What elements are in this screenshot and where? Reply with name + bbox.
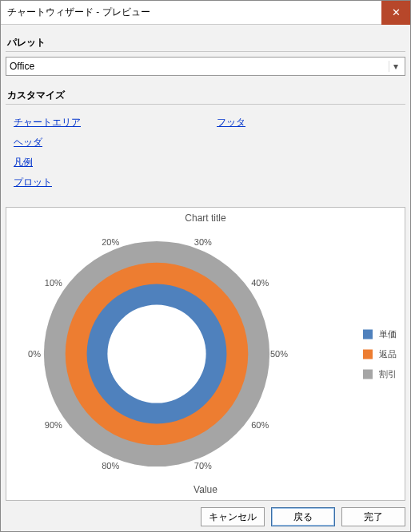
tick-60: 60%	[251, 420, 269, 430]
links-col-1: チャートエリア ヘッダ 凡例 プロット	[14, 116, 81, 189]
close-icon: ✕	[392, 6, 401, 18]
donut-chart: 0% 10% 20% 30% 40% 50% 60% 70% 80% 90%	[21, 227, 293, 481]
legend-swatch	[363, 369, 373, 379]
donut-svg	[21, 227, 293, 481]
link-legend[interactable]: 凡例	[14, 156, 33, 169]
legend-label: 返品	[379, 348, 397, 360]
legend-item-unitprice: 単価	[363, 328, 397, 340]
link-footer[interactable]: フッタ	[217, 116, 245, 129]
tick-40: 40%	[251, 278, 269, 288]
tick-50: 50%	[270, 349, 288, 359]
legend-swatch	[363, 329, 373, 339]
section-customize: カスタマイズ	[6, 84, 405, 105]
link-plot[interactable]: プロット	[14, 176, 52, 189]
legend-swatch	[363, 349, 373, 359]
tick-70: 70%	[194, 461, 212, 470]
window-title: チャートウィザード - プレビュー	[7, 6, 150, 19]
tick-90: 90%	[45, 420, 62, 430]
finish-button[interactable]: 完了	[341, 507, 405, 526]
legend-item-returns: 返品	[363, 348, 397, 360]
customize-links: チャートエリア ヘッダ 凡例 プロット フッタ	[6, 109, 405, 193]
legend-item-discount: 割引	[363, 368, 397, 380]
link-header[interactable]: ヘッダ	[14, 136, 42, 149]
chart-title: Chart title	[6, 208, 405, 224]
link-chart-area[interactable]: チャートエリア	[14, 116, 81, 129]
tick-0: 0%	[28, 349, 41, 359]
dialog-footer: キャンセル 戻る 完了	[6, 501, 405, 526]
tick-30: 30%	[194, 237, 212, 247]
links-col-2: フッタ	[217, 116, 245, 189]
legend-label: 単価	[379, 328, 397, 340]
tick-10: 10%	[45, 278, 62, 288]
palette-dropdown[interactable]: Office ▾	[6, 57, 405, 76]
back-button[interactable]: 戻る	[271, 507, 335, 526]
close-button[interactable]: ✕	[381, 1, 410, 25]
chart-preview: Chart title 0% 10% 20% 30% 40% 50% 60% 7…	[6, 207, 405, 501]
legend-label: 割引	[379, 368, 397, 380]
dialog-body: パレット Office ▾ カスタマイズ チャートエリア ヘッダ 凡例 プロット…	[1, 25, 410, 531]
chevron-down-icon: ▾	[389, 61, 401, 72]
ring-hole	[107, 304, 206, 403]
tick-80: 80%	[102, 461, 119, 470]
cancel-button[interactable]: キャンセル	[201, 507, 265, 526]
legend: 単価 返品 割引	[363, 328, 397, 380]
palette-selected: Office	[10, 61, 34, 72]
titlebar: チャートウィザード - プレビュー ✕	[1, 1, 410, 25]
tick-20: 20%	[102, 237, 119, 247]
chart-value-label: Value	[6, 484, 405, 495]
section-palette: パレット	[6, 31, 405, 52]
